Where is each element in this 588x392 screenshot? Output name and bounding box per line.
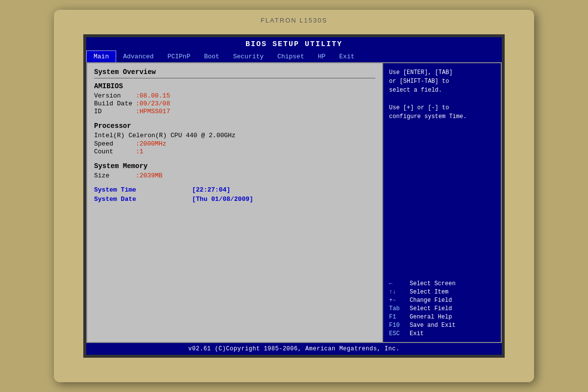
content-area: System Overview AMIBIOS Version :08.00.1… — [86, 62, 502, 343]
key-list: ← Select Screen ↑↓ Select Item +- Change… — [389, 280, 495, 337]
key-general-help: General Help — [410, 314, 452, 320]
key-row-select-field: Tab Select Field — [389, 305, 495, 312]
key-tab: Tab — [389, 305, 410, 312]
key-row-select-screen: ← Select Screen — [389, 280, 495, 287]
key-plusminus: +- — [389, 297, 410, 304]
amibios-label: AMIBIOS — [94, 82, 375, 90]
key-arrow: ← — [389, 280, 410, 287]
key-select-item: Select Item — [410, 289, 448, 295]
help-line5: Use [+] or [-] to — [389, 104, 449, 111]
help-line2: or [SHIFT-TAB] to — [389, 78, 449, 85]
system-time-value[interactable]: [22:27:04] — [192, 186, 230, 194]
speed-row: Speed :2000MHz — [94, 140, 375, 147]
speed-label: Speed — [94, 140, 136, 147]
menu-item-hp[interactable]: HP — [311, 51, 333, 62]
key-change-field: Change Field — [410, 297, 452, 304]
footer: v02.61 (C)Copyright 1985-2006, American … — [86, 343, 502, 355]
key-updown: ↑↓ — [389, 289, 410, 295]
key-f10: F10 — [389, 322, 410, 329]
id-label: ID — [94, 108, 136, 115]
processor-section: Processor Intel(R) Celeron(R) CPU 440 @ … — [94, 122, 375, 155]
size-value: :2039MB — [136, 172, 163, 179]
bios-title: BIOS SETUP UTILITY — [86, 37, 502, 50]
key-select-screen: Select Screen — [410, 280, 456, 287]
key-save-and-exit: Save and Exit — [410, 322, 456, 329]
processor-section-title: Processor — [94, 122, 375, 130]
right-panel: Use [ENTER], [TAB] or [SHIFT-TAB] to sel… — [383, 63, 501, 342]
left-panel: System Overview AMIBIOS Version :08.00.1… — [87, 63, 383, 342]
key-exit: Exit — [410, 330, 424, 337]
count-label: Count — [94, 148, 136, 155]
build-date-label: Build Date — [94, 100, 136, 107]
key-esc: ESC — [389, 330, 410, 337]
size-row: Size :2039MB — [94, 172, 375, 179]
monitor-brand: FLATRON L1530S — [261, 17, 327, 24]
key-row-select-item: ↑↓ Select Item — [389, 289, 495, 295]
help-line3: select a field. — [389, 87, 442, 94]
system-date-value[interactable]: [Thu 01/08/2009] — [192, 196, 253, 203]
menu-item-chipset[interactable]: Chipset — [270, 51, 311, 62]
help-line6: configure system Time. — [389, 113, 466, 120]
monitor: FLATRON L1530S BIOS SETUP UTILITY Main A… — [54, 10, 534, 382]
count-value: :1 — [136, 148, 144, 155]
menu-item-advanced[interactable]: Advanced — [116, 51, 160, 62]
menu-item-pcipnp[interactable]: PCIPnP — [161, 51, 197, 62]
help-line1: Use [ENTER], [TAB] — [389, 69, 453, 76]
size-label: Size — [94, 172, 136, 179]
memory-section-title: System Memory — [94, 162, 375, 170]
version-label: Version — [94, 92, 136, 99]
system-time-section: System Time [22:27:04] System Date [Thu … — [94, 186, 375, 203]
processor-full: Intel(R) Celeron(R) CPU 440 @ 2.00GHz — [94, 132, 375, 139]
system-date-label[interactable]: System Date — [94, 196, 192, 203]
build-date-row: Build Date :09/23/08 — [94, 100, 375, 107]
help-text: Use [ENTER], [TAB] or [SHIFT-TAB] to sel… — [389, 68, 495, 121]
key-row-change-field: +- Change Field — [389, 297, 495, 304]
count-row: Count :1 — [94, 148, 375, 155]
menu-bar: Main Advanced PCIPnP Boot Security Chips… — [86, 50, 502, 62]
key-select-field: Select Field — [410, 305, 452, 312]
key-row-esc: ESC Exit — [389, 330, 495, 337]
id-value: :HPMSS017 — [136, 108, 170, 115]
system-time-label[interactable]: System Time — [94, 186, 192, 194]
system-date-row: System Date [Thu 01/08/2009] — [94, 196, 375, 203]
key-row-general-help: F1 General Help — [389, 314, 495, 320]
memory-section: System Memory Size :2039MB — [94, 162, 375, 179]
version-value: :08.00.15 — [136, 92, 170, 99]
section-overview-title: System Overview — [94, 68, 375, 76]
build-date-value: :09/23/08 — [136, 100, 170, 107]
menu-item-security[interactable]: Security — [226, 51, 270, 62]
key-row-save-exit: F10 Save and Exit — [389, 322, 495, 329]
screen: BIOS SETUP UTILITY Main Advanced PCIPnP … — [83, 34, 505, 358]
menu-item-main[interactable]: Main — [86, 50, 116, 62]
version-row: Version :08.00.15 — [94, 92, 375, 99]
id-row: ID :HPMSS017 — [94, 108, 375, 115]
speed-value: :2000MHz — [136, 140, 166, 147]
divider-1 — [94, 78, 375, 78]
menu-item-exit[interactable]: Exit — [332, 51, 361, 62]
menu-item-boot[interactable]: Boot — [197, 51, 226, 62]
system-time-row: System Time [22:27:04] — [94, 186, 375, 194]
key-f1: F1 — [389, 314, 410, 320]
spacer — [389, 129, 495, 280]
